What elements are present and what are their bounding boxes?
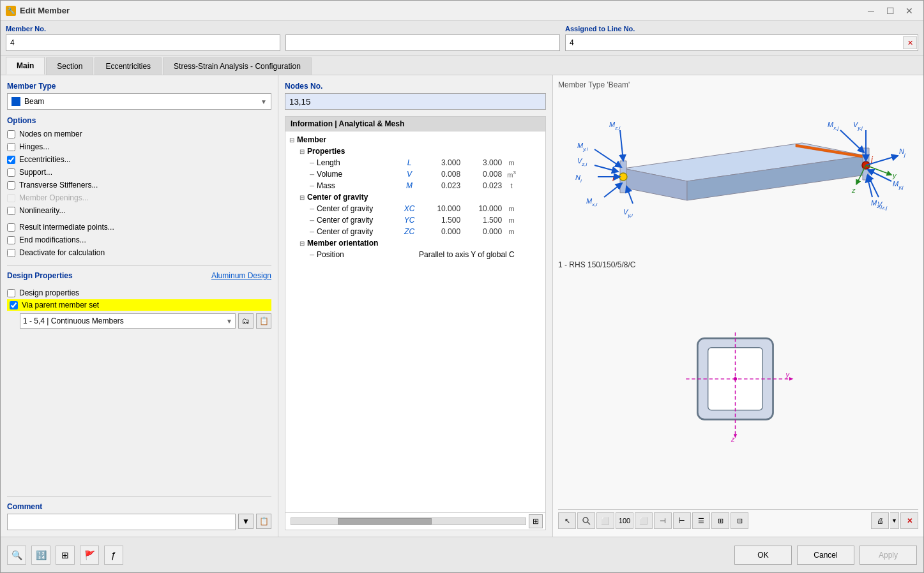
deactivate-label[interactable]: Deactivate for calculation [19, 248, 105, 257]
design-props-header: Design Properties Aluminum Design [7, 271, 271, 283]
svg-text:Nj: Nj [899, 147, 905, 158]
deactivate-checkbox[interactable] [7, 249, 15, 257]
transverse-stiffeners-label[interactable]: Transverse Stiffeners... [19, 181, 98, 190]
via-parent-label[interactable]: Via parent member set [22, 301, 99, 309]
print-arrow-btn[interactable]: ▼ [890, 512, 899, 529]
prop-mass: ─ Mass M 0.023 0.023 t [308, 180, 543, 191]
design-props-section: Design Properties Aluminum Design Design… [7, 265, 271, 329]
design-properties-checkbox[interactable] [7, 289, 15, 297]
via-parent-checkbox[interactable] [10, 301, 18, 309]
member-tree-row[interactable]: ⊟ Member [288, 134, 543, 145]
hinges-label[interactable]: Hinges... [19, 142, 49, 151]
result-intermediate-label[interactable]: Result intermediate points... [19, 223, 114, 232]
assigned-input[interactable] [565, 34, 918, 51]
member-set-select[interactable]: 1 - 5,4 | Continuous Members ▼ [20, 313, 236, 329]
member-set-icon-btn1[interactable]: 🗂 [238, 313, 254, 329]
apply-button[interactable]: Apply [860, 546, 917, 565]
bottom-buttons: OK Cancel Apply [734, 546, 917, 565]
view-table-btn[interactable]: ⊞ [711, 512, 729, 529]
nonlinearity-checkbox[interactable] [7, 207, 15, 215]
svg-text:i: i [612, 174, 615, 183]
hinges-checkbox[interactable] [7, 143, 15, 151]
bottom-bar: 🔍 🔢 ⊞ 🚩 ƒ OK Cancel Apply [1, 537, 923, 572]
member-no-input[interactable] [6, 34, 280, 51]
ok-button[interactable]: OK [734, 546, 792, 565]
tree-content[interactable]: ⊟ Member ⊟ Properties [285, 131, 545, 512]
comment-copy-btn[interactable]: 📋 [256, 514, 271, 529]
cancel-button[interactable]: Cancel [797, 546, 854, 565]
number-icon-btn[interactable]: 🔢 [31, 546, 50, 565]
tabs-bar: Main Section Eccentricities Stress-Strai… [1, 56, 923, 75]
function-icon-btn[interactable]: ƒ [104, 546, 123, 565]
minimize-button[interactable]: ─ [862, 4, 880, 18]
beam-diagram: i j Ni Mx,i Vy,i Vz,i [558, 92, 918, 258]
view-frame-btn[interactable]: ⬜ [596, 512, 614, 529]
beam-color-box [11, 97, 20, 106]
svg-line-12 [604, 183, 622, 197]
tab-stress-strain[interactable]: Stress-Strain Analysis - Configuration [163, 57, 312, 75]
orientation-node: ⊟ Member orientation ─ Position Parallel… [298, 237, 543, 260]
aluminum-design-link[interactable]: Aluminum Design [211, 271, 271, 283]
properties-tree-row[interactable]: ⊟ Properties [298, 145, 543, 157]
member-node: ⊟ Member ⊟ Properties [288, 134, 543, 260]
end-modifications-label[interactable]: End modifications... [19, 235, 86, 244]
flag-icon-btn[interactable]: 🚩 [80, 546, 99, 565]
nodes-input[interactable] [285, 93, 546, 110]
properties-collapse-icon: ⊟ [299, 148, 305, 155]
comment-dropdown-btn[interactable]: ▼ [238, 514, 254, 529]
grid-view-button[interactable]: ⊞ [529, 514, 543, 528]
search-icon-btn[interactable]: 🔍 [7, 546, 26, 565]
position-value: Parallel to axis Y of global C [419, 250, 542, 259]
end-modifications-checkbox[interactable] [7, 236, 15, 244]
orientation-tree-row[interactable]: ⊟ Member orientation [298, 237, 543, 249]
view-section-btn[interactable]: ⬜ [635, 512, 653, 529]
cog-collapse-icon: ⊟ [299, 194, 305, 201]
member-type-value: Beam [24, 97, 44, 106]
svg-text:My,i: My,i [577, 142, 588, 152]
member-type-select[interactable]: Beam ▼ [7, 93, 271, 110]
view-cursor-btn[interactable]: ↖ [558, 512, 576, 529]
tab-section[interactable]: Section [46, 57, 93, 75]
middle-input[interactable] [285, 34, 560, 51]
checkbox-hinges: Hinges... [7, 140, 271, 153]
support-label[interactable]: Support... [19, 168, 52, 177]
member-type-diagram-label: Member Type 'Beam' [558, 80, 918, 89]
member-openings-label: Member Openings... [19, 193, 89, 202]
assigned-group: Assigned to Line No. ✕ [565, 25, 918, 51]
eccentricities-label[interactable]: Eccentricities... [19, 155, 71, 164]
eccentricities-checkbox[interactable] [7, 156, 15, 164]
type-select-inner: Beam [11, 97, 44, 106]
comment-input[interactable] [7, 514, 236, 530]
nodes-on-member-checkbox[interactable] [7, 130, 15, 138]
svg-text:Vy,j: Vy,j [853, 121, 863, 131]
horizontal-scrollbar[interactable] [291, 517, 526, 525]
member-type-label: Member Type [7, 82, 271, 91]
close-button[interactable]: ✕ [900, 4, 918, 18]
tab-main[interactable]: Main [6, 57, 45, 75]
view-split-h-btn[interactable]: ☰ [692, 512, 710, 529]
cog-tree-row[interactable]: ⊟ Center of gravity [298, 191, 543, 203]
nonlinearity-label[interactable]: Nonlinearity... [19, 206, 65, 215]
member-openings-checkbox [7, 194, 15, 202]
window-title: Edit Member [20, 6, 70, 15]
window-icon: 🔧 [6, 6, 16, 16]
grid-icon-btn[interactable]: ⊞ [56, 546, 75, 565]
transverse-stiffeners-checkbox[interactable] [7, 181, 15, 190]
close-x-btn[interactable]: ✕ [900, 512, 918, 529]
view-zoom-btn[interactable] [577, 512, 595, 529]
maximize-button[interactable]: ☐ [881, 4, 899, 18]
member-set-arrow-icon: ▼ [226, 318, 232, 325]
tab-eccentricities[interactable]: Eccentricities [95, 57, 162, 75]
design-properties-label[interactable]: Design properties [19, 288, 79, 297]
clear-assigned-button[interactable]: ✕ [903, 36, 917, 49]
view-split-left-btn[interactable]: ⊣ [654, 512, 672, 529]
print-btn[interactable]: 🖨 [871, 512, 889, 529]
view-split-right-btn[interactable]: ⊢ [673, 512, 691, 529]
support-checkbox[interactable] [7, 168, 15, 177]
svg-point-47 [583, 517, 588, 523]
view-number-btn[interactable]: 100 [616, 512, 633, 529]
view-grid-btn[interactable]: ⊟ [731, 512, 748, 529]
member-set-icon-btn2[interactable]: 📋 [256, 313, 271, 329]
nodes-on-member-label[interactable]: Nodes on member [19, 130, 82, 138]
result-intermediate-checkbox[interactable] [7, 223, 15, 232]
